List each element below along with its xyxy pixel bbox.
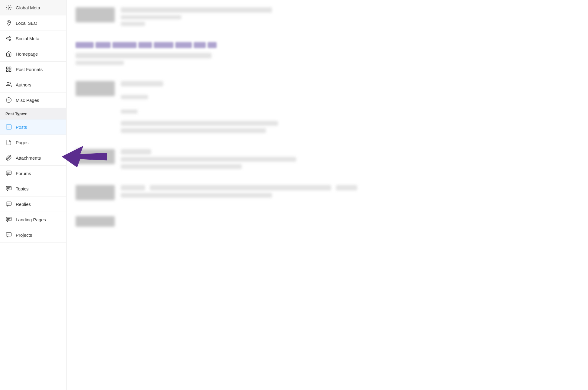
sidebar-item-projects[interactable]: Projects	[0, 227, 66, 243]
content-divider	[76, 179, 579, 179]
blurred-text-group	[121, 81, 579, 133]
sidebar-item-label: Posts	[16, 125, 27, 130]
sidebar-item-label: Pages	[16, 140, 29, 145]
blurred-text	[121, 15, 181, 19]
svg-rect-8	[9, 67, 11, 69]
share-icon	[5, 35, 12, 42]
sidebar-item-forums[interactable]: Forums	[0, 166, 66, 181]
svg-rect-10	[9, 70, 11, 72]
page-icon	[5, 139, 12, 146]
sidebar-item-label: Projects	[16, 232, 32, 238]
content-row	[76, 7, 579, 26]
sidebar-item-label: Replies	[16, 202, 31, 207]
sidebar-item-label: Social Meta	[16, 36, 39, 41]
attachment-icon	[5, 154, 12, 161]
blurred-purple	[154, 42, 173, 48]
blurred-text	[121, 128, 266, 133]
blurred-text	[121, 193, 272, 198]
sidebar-item-topics[interactable]: Topics	[0, 181, 66, 197]
posts-icon	[5, 124, 12, 130]
svg-point-11	[7, 83, 9, 85]
svg-rect-29	[6, 217, 11, 221]
sidebar-item-post-formats[interactable]: Post Formats	[0, 62, 66, 77]
blurred-text	[121, 95, 148, 99]
project-icon	[5, 232, 12, 238]
blurred-purple	[76, 42, 94, 48]
post-types-header: Post Types:	[0, 108, 66, 119]
sidebar-item-label: Forums	[16, 171, 31, 176]
blurred-text	[121, 185, 145, 190]
sidebar-item-pages[interactable]: Pages	[0, 135, 66, 150]
blurred-text	[76, 61, 124, 65]
content-section-4	[76, 149, 579, 169]
blurred-text	[121, 164, 242, 169]
blurred-text	[121, 121, 278, 126]
svg-rect-32	[6, 233, 11, 236]
landing-icon	[5, 216, 12, 223]
blurred-thumbnail	[76, 216, 115, 227]
topic-icon	[5, 185, 12, 192]
gear-icon	[5, 4, 12, 11]
blurred-text	[121, 81, 163, 86]
spacer	[121, 89, 579, 93]
blurred-text	[121, 7, 272, 13]
content-row	[76, 185, 579, 200]
sidebar-item-label: Attachments	[16, 155, 41, 161]
main-content	[66, 0, 588, 390]
svg-rect-26	[6, 202, 11, 206]
sidebar-item-misc-pages[interactable]: Misc Pages	[0, 93, 66, 108]
blurred-text	[121, 22, 145, 26]
content-row	[76, 42, 579, 65]
sidebar-item-landing-pages[interactable]: Landing Pages	[0, 212, 66, 227]
sidebar-item-posts[interactable]: Posts	[0, 119, 66, 135]
content-section-3	[76, 81, 579, 133]
content-section-1	[76, 7, 579, 26]
blurred-text-group	[121, 7, 579, 26]
sidebar-item-label: Global Meta	[16, 5, 40, 10]
sidebar-item-homepage[interactable]: Homepage	[0, 46, 66, 62]
people-icon	[5, 81, 12, 88]
content-section-6	[76, 216, 579, 227]
sidebar-item-label: Authors	[16, 82, 31, 87]
sidebar-item-label: Homepage	[16, 51, 38, 57]
blurred-text-group	[76, 42, 579, 65]
content-divider	[76, 36, 579, 36]
svg-line-5	[8, 39, 10, 40]
content-divider	[76, 143, 579, 143]
home-icon	[5, 50, 12, 57]
sidebar: Global Meta Local SEO Social Meta Homepa…	[0, 0, 66, 390]
blurred-purple	[208, 42, 217, 48]
location-icon	[5, 20, 12, 26]
content-section-2	[76, 42, 579, 65]
blurred-text	[336, 185, 357, 190]
sidebar-item-authors[interactable]: Authors	[0, 77, 66, 93]
sidebar-item-replies[interactable]: Replies	[0, 197, 66, 212]
blurred-purple	[175, 42, 192, 48]
svg-point-1	[8, 21, 9, 23]
blurred-text	[121, 109, 137, 114]
spacer	[121, 102, 579, 107]
content-divider	[76, 210, 579, 210]
blurred-thumbnail	[76, 149, 115, 164]
post-formats-icon	[5, 66, 12, 73]
svg-rect-23	[6, 187, 11, 190]
list-icon	[5, 97, 12, 103]
content-row	[76, 216, 579, 227]
sidebar-item-label: Landing Pages	[16, 217, 46, 222]
sidebar-item-social-meta[interactable]: Social Meta	[0, 31, 66, 46]
svg-rect-9	[7, 70, 8, 72]
sidebar-item-global-meta[interactable]: Global Meta	[0, 0, 66, 15]
svg-point-0	[8, 7, 10, 8]
sidebar-item-label: Post Formats	[16, 67, 43, 72]
reply-icon	[5, 201, 12, 207]
svg-rect-7	[7, 67, 8, 69]
svg-rect-20	[6, 171, 11, 175]
blurred-text	[121, 149, 151, 154]
blurred-text	[121, 157, 296, 162]
spacer	[121, 116, 579, 119]
content-row	[76, 81, 579, 133]
blurred-purple	[194, 42, 206, 48]
content-section-5	[76, 185, 579, 200]
sidebar-item-attachments[interactable]: Attachments	[0, 150, 66, 166]
sidebar-item-local-seo[interactable]: Local SEO	[0, 15, 66, 31]
